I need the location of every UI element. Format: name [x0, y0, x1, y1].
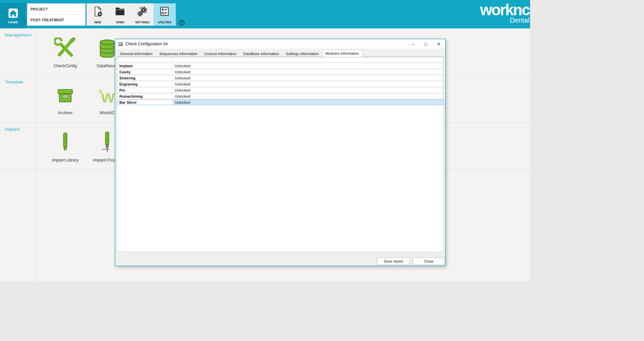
project-selector[interactable]: PROJECT POST-TREATMENT	[27, 3, 86, 26]
tab-general-information[interactable]: General information	[117, 50, 156, 57]
maximize-button[interactable]: □	[420, 39, 432, 49]
dialog-titlebar[interactable]: Check Configuration for – □ ✕	[115, 39, 445, 49]
table-row-selected[interactable]: Bar Slicer Unlocked	[117, 99, 443, 105]
help-button[interactable]: ?	[179, 20, 185, 26]
utilities-button[interactable]: UTILITIES	[153, 3, 176, 26]
implant-position-icon	[101, 131, 113, 154]
ribbon-toolbar: NEW OPEN SETTINGS	[87, 3, 176, 26]
open-button[interactable]: OPEN	[109, 3, 131, 26]
top-ribbon: HOME PROJECT POST-TREATMENT NEW	[0, 0, 530, 28]
module-name: Remachining	[118, 94, 173, 99]
new-button[interactable]: NEW	[87, 3, 109, 26]
module-name: Sintering	[118, 75, 173, 80]
tab-settings-information[interactable]: Settings information	[282, 50, 322, 57]
dialog-title: Check Configuration for	[125, 42, 168, 46]
module-status: Unlocked	[173, 88, 443, 93]
settings-button[interactable]: SETTINGS	[131, 3, 153, 26]
launcher-label: CheckConfig	[46, 64, 85, 68]
tab-sequences-information[interactable]: Sequences information	[156, 50, 201, 57]
project-name: POST-TREATMENT	[27, 15, 85, 26]
header-status-column	[173, 58, 443, 62]
table-row[interactable]: Cavity Unlocked	[117, 69, 443, 75]
home-label: HOME	[8, 21, 18, 24]
module-status: Unlocked	[173, 75, 443, 80]
launcher-label: Archiver	[46, 111, 85, 115]
settings-gears-icon	[137, 6, 148, 17]
tab-licence-information[interactable]: Licence information	[201, 50, 240, 57]
project-section-label: PROJECT	[27, 4, 85, 15]
launcher-item-implant-library[interactable]: Implant Library	[46, 130, 85, 163]
home-icon	[7, 7, 19, 19]
module-status: Unlocked	[173, 69, 443, 74]
table-header-row	[117, 57, 443, 63]
launcher-item-archiver[interactable]: Archiver	[46, 83, 85, 115]
utilities-icon	[159, 6, 170, 17]
module-name: Cavity	[118, 69, 173, 74]
modules-table: Implant Unlocked Cavity Unlocked Sinteri…	[117, 57, 444, 252]
utilities-label: UTILITIES	[153, 21, 176, 24]
dialog-tabs: General information Sequences informatio…	[117, 50, 444, 57]
logo-main-text: worknc	[480, 2, 529, 18]
worknc-dental-logo: worknc Dental	[480, 2, 529, 24]
tab-database-information[interactable]: DataBase information	[240, 50, 283, 57]
launcher-item-checkconfig[interactable]: CheckConfig	[46, 36, 85, 68]
open-label: OPEN	[109, 21, 131, 24]
save-report-button[interactable]: Save report	[377, 257, 410, 265]
module-name: Engraving	[118, 81, 173, 87]
module-status: Unlocked	[173, 100, 443, 105]
dialog-close-button[interactable]: Close	[413, 257, 445, 265]
home-button[interactable]: HOME	[0, 3, 26, 28]
new-label: NEW	[87, 21, 109, 24]
table-row[interactable]: Pin Unlocked	[117, 87, 443, 93]
module-name: Implant	[118, 63, 173, 68]
module-name: Bar Slicer	[118, 100, 173, 105]
table-row[interactable]: Engraving Unlocked	[117, 81, 443, 87]
table-row[interactable]: Sintering Unlocked	[117, 75, 443, 81]
tab-modules-information[interactable]: Modules information	[322, 50, 362, 57]
new-document-icon	[92, 6, 103, 17]
table-row[interactable]: Remachining Unlocked	[117, 93, 443, 99]
module-status: Unlocked	[173, 94, 443, 99]
minimize-button[interactable]: –	[407, 39, 420, 49]
module-status: Unlocked	[173, 81, 443, 87]
open-folder-icon	[114, 6, 126, 17]
close-button[interactable]: ✕	[432, 39, 445, 49]
table-row[interactable]: Implant Unlocked	[117, 63, 443, 69]
implant-library-icon	[59, 131, 71, 154]
dialog-app-icon	[118, 42, 123, 47]
archiver-box-icon	[55, 85, 76, 106]
worknc-dental-window: HOME PROJECT POST-TREATMENT NEW	[0, 0, 530, 281]
section-label-management: Management	[5, 32, 31, 38]
module-status: Unlocked	[173, 63, 443, 68]
check-configuration-dialog: Check Configuration for – □ ✕ General in…	[115, 39, 446, 266]
launcher-label: Implant Library	[46, 158, 85, 163]
header-module-column	[118, 58, 173, 62]
settings-label: SETTINGS	[131, 21, 153, 24]
window-controls: – □ ✕	[407, 39, 445, 49]
section-label-template: Template	[5, 79, 23, 84]
checkconfig-tools-icon	[54, 38, 76, 60]
module-name: Pin	[118, 88, 173, 93]
svg-text:w: w	[101, 87, 115, 106]
section-label-implant: Implant	[5, 127, 20, 132]
